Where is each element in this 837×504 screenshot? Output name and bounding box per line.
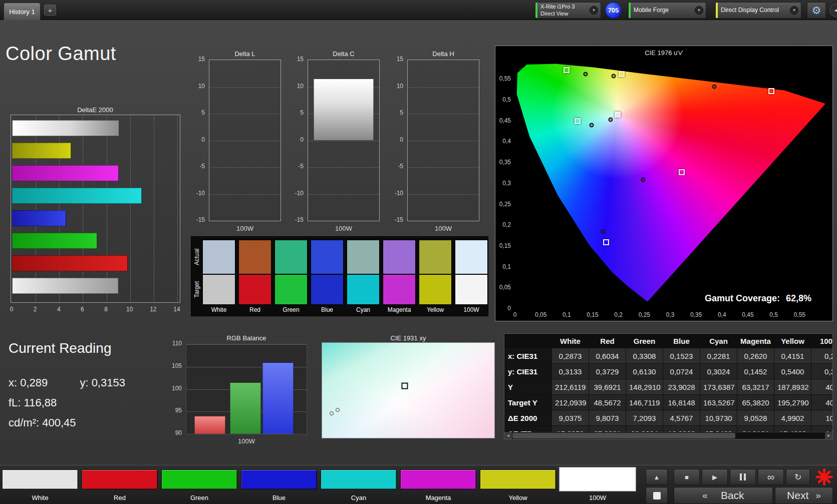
target-marker-magenta (679, 169, 685, 175)
scroll-left-button[interactable]: ◄ (504, 432, 512, 439)
up-arrow-icon: ▲ (654, 474, 660, 480)
deltae2000-chart (11, 115, 180, 303)
chevron-down-icon: ▼ (695, 6, 703, 15)
y-tick-label: 0,3 (502, 180, 511, 187)
column-header-magenta: Magenta (737, 334, 774, 348)
table-cell: 4,9902 (774, 410, 811, 426)
table-cell: 0,5400 (774, 364, 811, 379)
deltae-bar-yellow (12, 143, 71, 159)
table-cell: 16,8148 (663, 395, 700, 410)
reading-x-value: x: 0,289 (9, 376, 48, 389)
patch-white[interactable] (2, 469, 78, 489)
patch-100w[interactable] (560, 467, 636, 491)
patch-window-button[interactable] (646, 487, 668, 504)
stop-button[interactable]: ■ (674, 469, 700, 485)
patch-yellow[interactable] (480, 469, 556, 489)
tab-label: History 1 (9, 8, 35, 16)
collapse-panel-button[interactable]: ◀ (829, 4, 837, 17)
table-cell: 14 (811, 426, 833, 433)
patch-green[interactable] (161, 469, 237, 489)
row-label-target: Target (193, 274, 200, 305)
patch-blue[interactable] (241, 469, 317, 489)
y-tick-label: 5 (201, 109, 205, 116)
table-cell: 4,5767 (663, 410, 700, 426)
y-tick-label: 10 (198, 83, 205, 90)
swatch-column-label: Yellow (419, 306, 452, 313)
y-tick-label: 0,1 (502, 263, 511, 270)
y-tick-label: 0,5 (502, 96, 511, 103)
x-tick-label: 0,1 (563, 311, 571, 318)
table-cell: 173,6387 (700, 379, 737, 395)
settings-gear-button[interactable]: ⚙ (807, 2, 826, 19)
patch-up-button[interactable]: ▲ (646, 469, 668, 485)
y-tick-label: 100 (172, 385, 182, 392)
chevron-down-icon: ▼ (790, 6, 798, 15)
y-tick-label: 95 (175, 407, 182, 414)
patch-cyan[interactable] (321, 469, 397, 489)
row-label: Target Y (505, 395, 552, 410)
tab-history-1[interactable]: History 1 (4, 3, 41, 20)
display-control-dropdown[interactable]: Direct Display Control ▼ (715, 2, 801, 19)
y-tick-label: 5 (400, 109, 403, 116)
next-label: Next (787, 489, 808, 501)
swatch-column-label: Blue (311, 306, 344, 313)
delta-c-x-label: 100W (308, 225, 380, 232)
y-tick-label: 15 (297, 56, 304, 63)
actual-swatch-magenta (383, 240, 416, 274)
actual-swatch-red (238, 240, 271, 274)
window-icon (653, 492, 661, 499)
actual-swatch-white (202, 240, 235, 274)
add-tab-button[interactable]: + (44, 5, 56, 16)
target-marker-blue (603, 239, 609, 245)
x-tick-label: 0,45 (742, 311, 753, 318)
y-tick-label: 0,4 (502, 138, 511, 145)
patch-magenta[interactable] (400, 469, 476, 489)
table-cell: 10,9063 (663, 426, 700, 433)
table-cell: 40 (811, 395, 833, 410)
next-button[interactable]: Next » (775, 487, 833, 504)
actual-swatch-yellow (419, 240, 452, 274)
table-cell: 0,2281 (700, 348, 737, 364)
chevron-down-icon: ▼ (590, 6, 598, 15)
x-tick-label: 0,5 (769, 311, 778, 318)
measurement-dot (336, 408, 340, 412)
table-cell: 0,3133 (552, 364, 589, 379)
measurement-table: WhiteRedGreenBlueCyanMagentaYellow100Wx:… (504, 334, 832, 432)
scrollbar-thumb[interactable] (512, 433, 735, 438)
y-tick-label: 0 (201, 136, 205, 143)
play-button[interactable]: ▶ (702, 469, 728, 485)
reading-fl-value: fL: 116,88 (9, 396, 57, 409)
scroll-right-button[interactable]: ► (825, 432, 832, 439)
target-swatch-white (202, 274, 235, 305)
meter-dropdown[interactable]: X-Rite i1Pro 3 Direct View ▼ (535, 2, 601, 19)
back-button[interactable]: « Back (674, 487, 773, 504)
rgb-balance-chart (186, 344, 307, 434)
x-tick-label: 0 (513, 311, 517, 318)
y-tick-label: -15 (196, 216, 205, 223)
measurement-dot (330, 411, 334, 415)
delta-c-chart (308, 60, 380, 221)
continuous-measure-button[interactable]: ∞ (758, 469, 784, 485)
patch-compare-panel: ActualTargetWhiteRedGreenBlueCyanMagenta… (191, 236, 488, 316)
deltae-bar-blue (12, 210, 66, 226)
meter-dropdown-label: X-Rite i1Pro 3 Direct View (537, 4, 590, 18)
refresh-button[interactable]: ↻ (786, 469, 810, 485)
source-dropdown[interactable]: Mobile Forge ▼ (628, 2, 706, 19)
cie1976-y-axis: 0,550,50,450,40,350,30,250,20,150,10,050 (495, 46, 513, 321)
y-tick-label: -15 (295, 216, 304, 223)
cie1931-plot (322, 342, 495, 438)
table-horizontal-scrollbar[interactable]: ◄ ► (504, 432, 832, 439)
display-control-label: Direct Display Control (718, 7, 790, 14)
target-marker-yellow (619, 71, 625, 77)
x-tick-label: 0 (10, 306, 14, 313)
arrow-left-icon: ◀ (834, 7, 837, 14)
table-cell: 0,6034 (589, 348, 626, 364)
rgb-balance-title: RGB Balance (206, 334, 287, 342)
target-marker (402, 382, 408, 389)
actual-swatch-100w (455, 240, 488, 274)
pause-button[interactable] (730, 469, 756, 485)
table-row: y: CIE310,31330,37290,61300,07240,30240,… (505, 364, 833, 379)
current-reading-title: Current Reading (9, 340, 111, 356)
y-tick-label: -10 (196, 190, 205, 197)
patch-red[interactable] (82, 469, 158, 489)
